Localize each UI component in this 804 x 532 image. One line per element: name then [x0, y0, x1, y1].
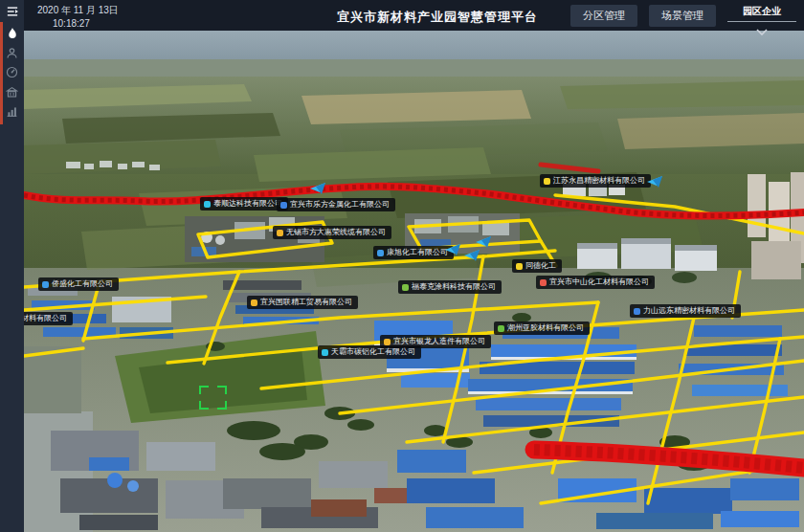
company-label[interactable]: 潮州亚胶材料有限公司 [494, 321, 590, 335]
company-label[interactable]: 江苏永昌精密材料有限公司 [540, 174, 651, 188]
company-label[interactable]: 力山远东精密材料有限公司 [630, 304, 741, 318]
factory-icon[interactable] [0, 83, 24, 100]
person-icon[interactable] [0, 44, 24, 61]
company-logo-icon [402, 284, 409, 291]
date-text: 2020 年 11 月 13日 [37, 4, 119, 17]
company-logo-icon [42, 281, 49, 288]
company-label[interactable]: 天霸市碳铝化工有限公司 [318, 345, 421, 359]
company-label[interactable]: 侨盛化工有限公司 [38, 277, 119, 291]
company-logo-icon [251, 299, 257, 306]
company-name: 力山远东精密材料有限公司 [643, 307, 735, 315]
company-logo-icon [277, 230, 283, 236]
park-enterprise-dropdown[interactable]: 园区企业 [727, 5, 796, 39]
company-name: 江苏永昌精密材料有限公司 [553, 177, 645, 185]
bar-chart-icon[interactable] [0, 102, 24, 120]
company-label[interactable]: 无锡市方大惠荣线缆有限公司 [273, 226, 391, 239]
company-label[interactable]: 同德化工 [512, 259, 562, 273]
app-window: 2020 年 11 月 13日 10:18:27 宜兴市新材料产业园智慧管理平台… [0, 0, 804, 532]
company-name: 宜兴市中山化工材料有限公司 [549, 278, 649, 286]
company-name: 福泰克涂料科技有限公司 [412, 283, 496, 291]
company-name: 宜兴市银龙人造件有限公司 [393, 338, 485, 345]
park-enterprise-label: 园区企业 [727, 5, 796, 22]
time-text: 10:18:27 [53, 17, 119, 31]
chevron-down-icon [756, 29, 768, 35]
company-label[interactable]: 宜兴国联精工贸易有限公司 [247, 296, 358, 309]
gauge-icon[interactable] [0, 63, 24, 80]
company-logo-icon [516, 263, 523, 270]
company-label[interactable]: 泰顺达科技有限公司 [200, 197, 288, 211]
company-label[interactable]: 宜兴市中山化工材料有限公司 [536, 276, 655, 289]
scene-management-button[interactable]: 场景管理 [649, 5, 716, 27]
company-label[interactable]: 宜兴市乐方金属化工有限公司 [277, 198, 395, 211]
company-name: 宜兴市乐方金属化工有限公司 [290, 201, 390, 209]
zone-management-button[interactable]: 分区管理 [570, 5, 637, 27]
company-logo-icon [322, 349, 328, 356]
company-logo-icon [377, 250, 384, 256]
company-name: 康旭化工有限公司 [387, 249, 448, 256]
company-name: 泰顺达科技有限公司 [213, 200, 282, 208]
company-name: 宜兴国联精工贸易有限公司 [260, 299, 352, 306]
company-name: 天霸市碳铝化工有限公司 [331, 348, 415, 356]
header-controls: 分区管理 场景管理 园区企业 [570, 5, 796, 39]
company-logo-icon [384, 339, 391, 345]
company-logo-icon [498, 325, 504, 332]
datetime-display: 2020 年 11 月 13日 10:18:27 [37, 4, 119, 30]
company-label[interactable]: 康旭化工有限公司 [373, 246, 454, 259]
company-label[interactable]: 福泰克涂料科技有限公司 [398, 280, 502, 294]
company-name: 潮州亚胶材料有限公司 [507, 324, 584, 332]
company-logo-icon [204, 201, 211, 208]
company-logo-icon [634, 308, 640, 315]
company-logo-icon [280, 202, 287, 209]
company-logo-icon [544, 178, 550, 185]
company-name: 同德化工 [525, 262, 556, 270]
company-name: 侨盛化工有限公司 [52, 280, 113, 288]
top-header: 2020 年 11 月 13日 10:18:27 宜兴市新材料产业园智慧管理平台… [24, 0, 804, 31]
left-sidebar [0, 0, 24, 532]
company-name: 无锡市方大惠荣线缆有限公司 [286, 229, 386, 236]
menu-icon[interactable] [0, 3, 24, 20]
flame-icon[interactable] [0, 25, 24, 42]
page-title: 宜兴市新材料产业园智慧管理平台 [337, 9, 538, 26]
company-logo-icon [540, 279, 547, 286]
